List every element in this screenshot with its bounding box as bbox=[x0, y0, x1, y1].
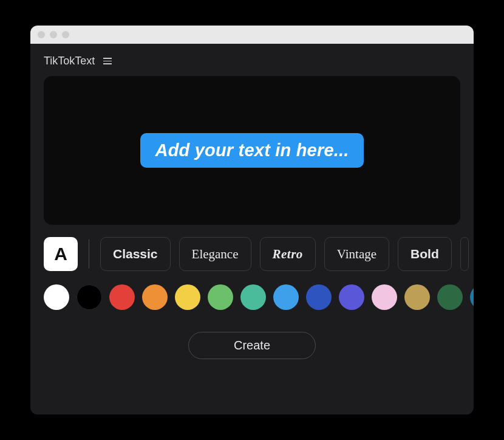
divider bbox=[89, 239, 89, 269]
font-style-classic[interactable]: Classic bbox=[100, 237, 171, 271]
color-swatch-steelblue[interactable] bbox=[470, 284, 474, 310]
color-swatch-darkgreen[interactable] bbox=[437, 284, 463, 310]
app-body: TikTokText Add your text in here... A Cl… bbox=[30, 44, 474, 414]
color-swatch-white[interactable] bbox=[44, 284, 69, 310]
color-swatch-pink[interactable] bbox=[372, 284, 397, 310]
menu-icon[interactable] bbox=[103, 58, 112, 64]
maximize-icon[interactable] bbox=[62, 31, 69, 38]
app-title: TikTokText bbox=[44, 55, 95, 67]
font-style-elegance[interactable]: Elegance bbox=[179, 237, 251, 271]
color-swatch-black[interactable] bbox=[77, 284, 102, 310]
color-swatch-gold[interactable] bbox=[404, 284, 430, 310]
app-header: TikTokText bbox=[30, 44, 474, 76]
create-row: Create bbox=[30, 315, 474, 371]
color-swatch-green[interactable] bbox=[208, 284, 233, 310]
titlebar bbox=[30, 26, 474, 44]
color-swatch-blue[interactable] bbox=[306, 284, 332, 310]
font-style-vintage[interactable]: Vintage bbox=[324, 237, 389, 271]
text-style-indicator[interactable]: A bbox=[44, 237, 78, 271]
color-swatch-teal[interactable] bbox=[240, 284, 266, 310]
app-window: TikTokText Add your text in here... A Cl… bbox=[30, 26, 474, 414]
color-swatch-indigo[interactable] bbox=[339, 284, 364, 310]
font-style-bold[interactable]: Bold bbox=[398, 237, 452, 271]
color-row bbox=[30, 280, 474, 315]
text-input-placeholder[interactable]: Add your text in here... bbox=[140, 133, 363, 168]
color-swatch-skyblue[interactable] bbox=[273, 284, 299, 310]
close-icon[interactable] bbox=[38, 31, 45, 38]
color-swatch-orange[interactable] bbox=[142, 284, 168, 310]
color-swatch-red[interactable] bbox=[109, 284, 135, 310]
font-style-more[interactable] bbox=[460, 237, 469, 271]
create-button[interactable]: Create bbox=[188, 332, 316, 359]
minimize-icon[interactable] bbox=[50, 31, 57, 38]
font-style-row: A Classic Elegance Retro Vintage Bold bbox=[30, 225, 474, 280]
font-style-retro[interactable]: Retro bbox=[260, 237, 316, 271]
text-canvas[interactable]: Add your text in here... bbox=[44, 76, 460, 225]
color-swatch-yellow[interactable] bbox=[175, 284, 200, 310]
